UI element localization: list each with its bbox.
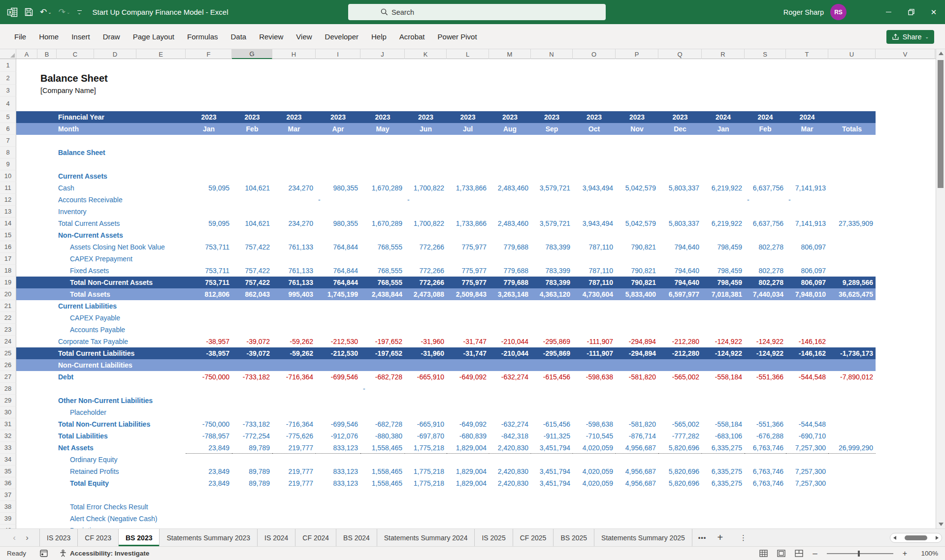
cell-R6[interactable]: Jan — [702, 123, 745, 135]
cell-M5[interactable]: 2023 — [489, 111, 531, 123]
cell-L5[interactable]: 2023 — [447, 111, 489, 123]
cell-L12[interactable] — [447, 194, 489, 206]
cell-Q20[interactable]: 6,597,977 — [658, 288, 702, 300]
cell-C30[interactable]: Placeholder — [16, 406, 186, 418]
hscroll-left-icon[interactable] — [893, 536, 896, 540]
cell-U15[interactable] — [828, 229, 876, 241]
cell-P31[interactable]: -581,820 — [616, 418, 658, 430]
cell-O8[interactable] — [573, 147, 616, 158]
cell-C36[interactable]: Total Equity — [16, 477, 186, 489]
cell-S12[interactable]: - — [745, 194, 786, 206]
cell-P24[interactable]: -294,894 — [616, 336, 658, 347]
cell-M22[interactable] — [489, 312, 531, 324]
cell-F14[interactable]: 59,095 — [186, 218, 232, 229]
column-header-C[interactable]: C — [57, 49, 94, 59]
row-header-15[interactable]: 15 — [0, 229, 16, 241]
cell-C18[interactable]: Fixed Assets — [16, 265, 186, 277]
cell-G23[interactable] — [232, 324, 272, 336]
search-box[interactable] — [348, 4, 606, 20]
cell-U38[interactable] — [828, 501, 876, 513]
cell-I39[interactable] — [316, 513, 360, 525]
cell-F24[interactable]: -38,957 — [186, 336, 232, 347]
row-header-27[interactable]: 27 — [0, 371, 16, 383]
cell-R23[interactable] — [702, 324, 745, 336]
cell-C12[interactable]: Accounts Receivable — [16, 194, 186, 206]
cell-T28[interactable] — [786, 383, 828, 395]
ribbon-tab-review[interactable]: Review — [253, 24, 290, 49]
avatar[interactable]: RS — [830, 4, 847, 20]
cell-T5[interactable]: 2024 — [786, 111, 828, 123]
cell-U25[interactable]: -1,736,173 — [828, 347, 876, 359]
cell-U18[interactable] — [828, 265, 876, 277]
cell-C20[interactable]: Total Assets — [16, 288, 186, 300]
cell-T16[interactable]: 806,097 — [786, 241, 828, 253]
cell-C29[interactable]: Other Non-Current Liabilities — [16, 395, 186, 406]
sheet-tab-is-2024[interactable]: IS 2024 — [258, 529, 295, 546]
excel-logo-icon[interactable]: X — [7, 7, 18, 18]
cell-U36[interactable] — [828, 477, 876, 489]
cell-F27[interactable]: -750,000 — [186, 371, 232, 383]
cell-K40[interactable] — [405, 525, 447, 529]
cell-M12[interactable] — [489, 194, 531, 206]
cell-F32[interactable]: -788,957 — [186, 430, 232, 442]
cell-K12[interactable]: - — [405, 194, 447, 206]
cell-R35[interactable]: 6,335,275 — [702, 466, 745, 477]
cell-M20[interactable]: 3,263,148 — [489, 288, 531, 300]
cell-K36[interactable]: 1,775,218 — [405, 477, 447, 489]
cell-C17[interactable]: CAPEX Prepayment — [16, 253, 186, 265]
cell-N12[interactable] — [531, 194, 573, 206]
cell-K14[interactable]: 1,700,822 — [405, 218, 447, 229]
cell-H22[interactable] — [272, 312, 316, 324]
row-header-35[interactable]: 35 — [0, 466, 16, 477]
cell-U19[interactable]: 9,289,566 — [828, 277, 876, 288]
cell-O18[interactable]: 787,110 — [573, 265, 616, 277]
column-header-G[interactable]: G — [232, 49, 272, 59]
cell-T30[interactable] — [786, 406, 828, 418]
cell-I33[interactable]: 833,123 — [316, 442, 360, 454]
cell-T38[interactable] — [786, 501, 828, 513]
cell-M30[interactable] — [489, 406, 531, 418]
cell-T21[interactable] — [786, 300, 828, 312]
cell-G26[interactable] — [232, 359, 272, 371]
row-header-7[interactable]: 7 — [0, 135, 16, 147]
cell-O20[interactable]: 4,730,604 — [573, 288, 616, 300]
cell-H12[interactable] — [272, 194, 316, 206]
cell-F10[interactable] — [186, 170, 232, 182]
column-header-R[interactable]: R — [702, 49, 745, 59]
cell-Q13[interactable] — [658, 206, 702, 218]
cell-Q18[interactable]: 794,640 — [658, 265, 702, 277]
cell-K21[interactable] — [405, 300, 447, 312]
row-header-11[interactable]: 11 — [0, 182, 16, 194]
cell-O24[interactable]: -111,907 — [573, 336, 616, 347]
zoom-out-icon[interactable]: – — [813, 549, 817, 559]
cell-G15[interactable] — [232, 229, 272, 241]
cell-S22[interactable] — [745, 312, 786, 324]
row-header-9[interactable]: 9 — [0, 158, 16, 170]
cell-P20[interactable]: 5,833,400 — [616, 288, 658, 300]
cell-U17[interactable] — [828, 253, 876, 265]
cell-N26[interactable] — [531, 359, 573, 371]
cell-P10[interactable] — [616, 170, 658, 182]
cell-G16[interactable]: 757,422 — [232, 241, 272, 253]
cell-J32[interactable]: -880,380 — [360, 430, 405, 442]
cell-N35[interactable]: 3,451,794 — [531, 466, 573, 477]
row-header-19[interactable]: 19 — [0, 277, 16, 288]
cell-L19[interactable]: 775,977 — [447, 277, 489, 288]
cell-Q24[interactable]: -212,280 — [658, 336, 702, 347]
cell-I16[interactable]: 764,844 — [316, 241, 360, 253]
cell-J22[interactable] — [360, 312, 405, 324]
cell-J28[interactable]: - — [360, 383, 405, 395]
row-header-18[interactable]: 18 — [0, 265, 16, 277]
cell-U24[interactable] — [828, 336, 876, 347]
cell-O23[interactable] — [573, 324, 616, 336]
cell-K38[interactable] — [405, 501, 447, 513]
cell-Q28[interactable] — [658, 383, 702, 395]
cell-P21[interactable] — [616, 300, 658, 312]
cell-J33[interactable]: 1,558,465 — [360, 442, 405, 454]
cell-R18[interactable]: 798,459 — [702, 265, 745, 277]
cell-I13[interactable] — [316, 206, 360, 218]
cell-F39[interactable] — [186, 513, 232, 525]
row-header-37[interactable]: 37 — [0, 489, 16, 501]
cell-M27[interactable]: -632,274 — [489, 371, 531, 383]
cell-L38[interactable] — [447, 501, 489, 513]
